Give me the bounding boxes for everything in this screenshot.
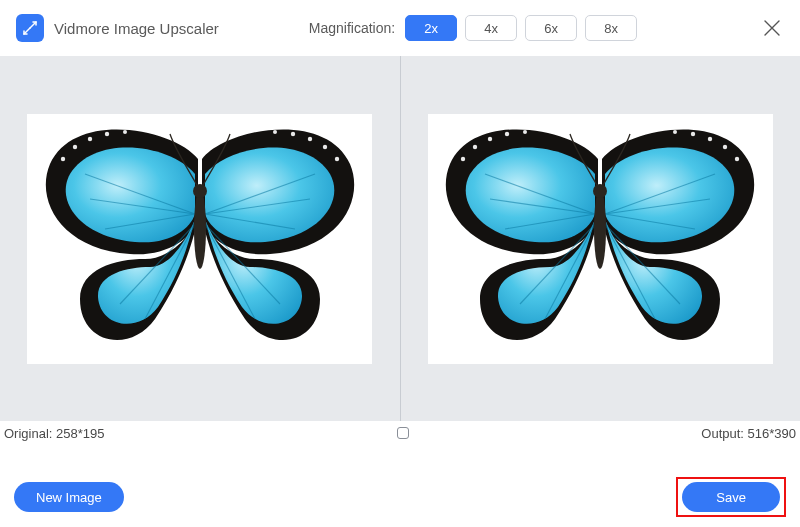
svg-point-14: [488, 136, 492, 140]
status-row: Original: 258*195 Output: 516*390: [0, 421, 800, 445]
svg-point-15: [505, 131, 509, 135]
link-toggle[interactable]: [104, 427, 701, 439]
svg-point-2: [88, 136, 92, 140]
butterfly-illustration-output: [435, 119, 765, 359]
svg-point-1: [73, 144, 77, 148]
svg-point-12: [461, 156, 465, 160]
svg-point-4: [123, 130, 127, 134]
svg-point-5: [335, 156, 339, 160]
svg-point-9: [273, 130, 277, 134]
original-prefix: Original:: [4, 426, 56, 441]
svg-point-8: [291, 131, 295, 135]
magnification-4x-button[interactable]: 4x: [465, 15, 517, 41]
svg-point-0: [61, 156, 65, 160]
svg-point-18: [723, 144, 727, 148]
output-dims-value: 516*390: [748, 426, 796, 441]
output-pane: [401, 56, 801, 421]
original-image: [27, 114, 372, 364]
svg-point-13: [473, 144, 477, 148]
save-button[interactable]: Save: [682, 482, 780, 512]
svg-point-23: [593, 184, 607, 198]
new-image-button[interactable]: New Image: [14, 482, 124, 512]
link-toggle-icon: [397, 427, 409, 439]
original-dims-value: 258*195: [56, 426, 104, 441]
magnification-label: Magnification:: [309, 20, 395, 36]
original-pane: [0, 56, 400, 421]
svg-point-21: [673, 130, 677, 134]
preview-area: [0, 56, 800, 421]
app-title: Vidmore Image Upscaler: [54, 20, 219, 37]
butterfly-illustration-original: [35, 119, 365, 359]
header-bar: Vidmore Image Upscaler Magnification: 2x…: [0, 0, 800, 56]
magnification-6x-button[interactable]: 6x: [525, 15, 577, 41]
svg-point-16: [523, 130, 527, 134]
svg-point-19: [708, 136, 712, 140]
magnification-2x-button[interactable]: 2x: [405, 15, 457, 41]
magnification-8x-button[interactable]: 8x: [585, 15, 637, 41]
output-prefix: Output:: [701, 426, 747, 441]
svg-point-11: [193, 184, 207, 198]
output-dimensions: Output: 516*390: [701, 426, 796, 441]
save-highlight-frame: Save: [676, 477, 786, 517]
svg-point-7: [308, 136, 312, 140]
svg-point-3: [105, 131, 109, 135]
svg-point-6: [323, 144, 327, 148]
footer-bar: New Image Save: [0, 477, 800, 517]
output-image: [428, 114, 773, 364]
svg-point-17: [735, 156, 739, 160]
svg-point-10: [194, 189, 206, 269]
svg-point-22: [594, 189, 606, 269]
app-logo-icon: [16, 14, 44, 42]
close-icon[interactable]: [760, 16, 784, 40]
magnification-options: 2x 4x 6x 8x: [405, 15, 637, 41]
original-dimensions: Original: 258*195: [4, 426, 104, 441]
svg-point-20: [691, 131, 695, 135]
